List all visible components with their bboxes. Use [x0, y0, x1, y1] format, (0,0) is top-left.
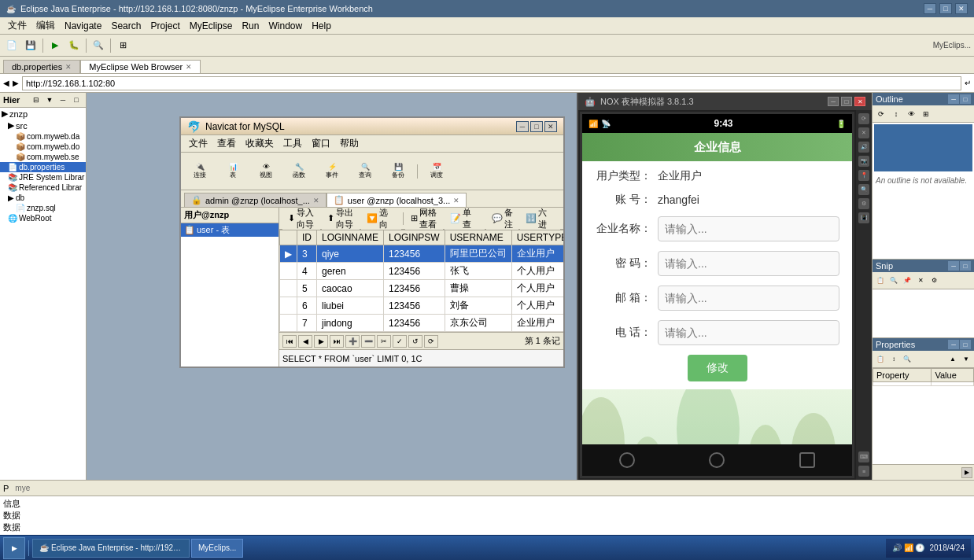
sidebar-user-table[interactable]: 📋 user - 表 [181, 223, 279, 237]
cell-usertype[interactable]: 个人用户 [511, 280, 563, 297]
nav-undo[interactable]: ↺ [408, 335, 422, 348]
menu-file[interactable]: 文件 [3, 17, 31, 34]
db-btn-export[interactable]: ⬆ 导出向导 [322, 208, 360, 233]
toolbar-debug[interactable]: 🐛 [65, 37, 83, 54]
navicat-btn-event[interactable]: ⚡ 事件 [316, 156, 348, 187]
url-back-icon[interactable]: ◀ [3, 79, 9, 87]
taskbar-item-eclipse[interactable]: ☕ Eclipse Java Enterprise - http://192.1… [32, 539, 190, 558]
url-forward-icon[interactable]: ▶ [13, 79, 19, 87]
table-row[interactable]: 4 geren 123456 张飞 个人用户 (Null) (N [280, 263, 564, 280]
cell-usertype[interactable]: 个人用户 [511, 263, 563, 280]
menu-run[interactable]: Run [237, 19, 264, 33]
navicat-minimize[interactable]: ─ [516, 121, 529, 132]
cell-loginname[interactable]: liubei [317, 297, 384, 315]
url-go-icon[interactable]: ↵ [965, 79, 971, 87]
cell-id[interactable]: 3 [297, 245, 317, 263]
cell-id[interactable]: 7 [297, 315, 317, 332]
snip-btn-4[interactable]: ✕ [914, 274, 927, 287]
cell-usertype[interactable]: 企业用户 [511, 315, 563, 332]
props-min[interactable]: ─ [948, 340, 959, 349]
minimize-button[interactable]: ─ [924, 3, 936, 14]
table-row[interactable]: 6 liubei 123456 刘备 个人用户 (Null) (N [280, 297, 564, 315]
navicat-menu-view[interactable]: 查看 [212, 135, 241, 152]
toolbar-perspective[interactable]: ⊞ [114, 37, 131, 54]
side-btn-volume-up[interactable]: 🔊 [858, 142, 869, 153]
maximize-button[interactable]: □ [939, 3, 952, 14]
android-close[interactable]: ✕ [854, 97, 865, 106]
outline-refresh-btn[interactable]: ⟳ [874, 107, 888, 121]
outline-sort-btn[interactable]: ↕ [889, 107, 903, 121]
tree-item-znzp[interactable]: ▶ znzp [0, 108, 86, 120]
col-id[interactable]: ID [297, 230, 317, 245]
nav-last[interactable]: ⏭ [330, 335, 344, 348]
side-btn-location[interactable]: 📍 [858, 170, 869, 181]
nav-cut[interactable]: ✂ [377, 335, 391, 348]
menu-window[interactable]: Window [264, 19, 307, 33]
cell-loginname[interactable]: caocao [317, 280, 384, 297]
navicat-btn-schedule[interactable]: 📅 调度 [421, 156, 452, 187]
navicat-tab-admin[interactable]: 🔒 admin @znzp (localhost_... ✕ [184, 193, 327, 207]
tree-item-reflib[interactable]: 📚 Referenced Librar [0, 182, 86, 193]
snip-btn-2[interactable]: 🔍 [887, 274, 900, 287]
panel-max-btn[interactable]: □ [70, 94, 83, 106]
navicat-tab-user-close[interactable]: ✕ [453, 197, 459, 204]
navicat-btn-function[interactable]: 🔧 函数 [283, 156, 315, 187]
db-btn-grid[interactable]: ⊞ 网格查看 [405, 208, 443, 233]
db-btn-note[interactable]: 💬 备注 [486, 208, 518, 233]
cell-id[interactable]: 4 [297, 263, 317, 280]
navicat-maximize[interactable]: □ [530, 121, 543, 132]
menu-navigate[interactable]: Navigate [60, 19, 106, 33]
props-max[interactable]: □ [960, 340, 971, 349]
phone-input[interactable] [658, 320, 839, 345]
panel-menu-btn[interactable]: ▼ [43, 94, 56, 106]
cell-usertype[interactable]: 企业用户 [511, 245, 563, 263]
side-btn-shake[interactable]: 📳 [858, 212, 869, 223]
tree-item-jre[interactable]: 📚 JRE System Librar [0, 172, 86, 182]
props-btn-scroll-down[interactable]: ▼ [960, 353, 972, 366]
nav-first[interactable]: ⏮ [282, 335, 297, 348]
cell-loginpsw[interactable]: 123456 [384, 315, 445, 332]
tree-item-dbprops[interactable]: 📄 db.properties [0, 162, 86, 172]
navicat-btn-backup[interactable]: 💾 备份 [382, 156, 414, 187]
cell-loginpsw[interactable]: 123456 [384, 297, 445, 315]
tree-item-sql[interactable]: 📄 znzp.sql [0, 203, 86, 213]
snip-btn-5[interactable]: ⚙ [928, 274, 940, 287]
password-input[interactable] [658, 251, 839, 276]
navicat-menu-help[interactable]: 帮助 [335, 135, 363, 152]
menu-search[interactable]: Search [106, 19, 146, 33]
col-usertype[interactable]: USERTYPE [511, 230, 563, 245]
toolbar-new[interactable]: 📄 [3, 37, 20, 54]
android-maximize[interactable]: □ [841, 97, 852, 106]
side-btn-keyboard[interactable]: ⌨ [858, 451, 869, 462]
nav-home-btn[interactable] [709, 452, 725, 468]
outline-max[interactable]: □ [960, 94, 971, 104]
side-btn-camera[interactable]: 📷 [858, 156, 869, 167]
nav-delete[interactable]: ➖ [361, 335, 375, 348]
cell-usertype[interactable]: 个人用户 [511, 297, 563, 315]
cell-id[interactable]: 6 [297, 297, 317, 315]
menu-project[interactable]: Project [146, 19, 184, 33]
submit-button[interactable]: 修改 [688, 355, 747, 381]
snip-max[interactable]: □ [960, 261, 971, 271]
col-username[interactable]: USERNAME [445, 230, 511, 245]
menu-myeclipse[interactable]: MyEclipse [185, 19, 238, 33]
db-btn-import[interactable]: ⬇ 导入向导 [282, 208, 320, 233]
navicat-menu-window[interactable]: 窗口 [307, 135, 335, 152]
navicat-tab-admin-close[interactable]: ✕ [313, 197, 319, 204]
tree-item-src[interactable]: ▶ src [0, 120, 86, 131]
tree-item-se[interactable]: 📦 com.myweb.se [0, 152, 86, 162]
navicat-btn-view[interactable]: 👁 视图 [250, 156, 282, 187]
navicat-menu-tools[interactable]: 工具 [279, 135, 307, 152]
side-btn-1[interactable]: ⟳ [858, 113, 869, 124]
nav-back-btn[interactable] [619, 452, 635, 468]
outline-hide-btn[interactable]: 👁 [904, 107, 918, 121]
tab-web-browser-close[interactable]: ✕ [186, 63, 192, 71]
outline-min[interactable]: ─ [948, 94, 959, 104]
side-btn-zoom[interactable]: 🔍 [858, 184, 869, 195]
taskbar-item-myeclipse[interactable]: MyEclips... [191, 539, 243, 558]
menu-help[interactable]: Help [307, 19, 336, 33]
android-minimize[interactable]: ─ [828, 97, 839, 106]
cell-loginpsw[interactable]: 123456 [384, 280, 445, 297]
props-scroll-btn[interactable]: ▶ [961, 467, 972, 478]
nav-prev[interactable]: ◀ [298, 335, 312, 348]
